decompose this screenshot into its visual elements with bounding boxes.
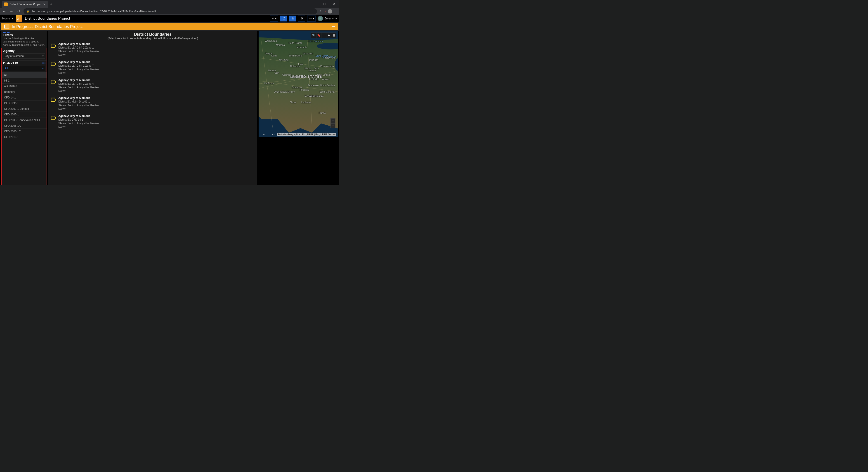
agency-label: Agency	[2, 48, 46, 54]
district-option[interactable]: Bembury	[2, 89, 46, 95]
map-label-state: Georgia	[315, 95, 324, 97]
new-tab-button[interactable]: +	[48, 1, 54, 8]
browser-titlebar: District Boundaries Project ✕ + — ▢ ✕	[0, 0, 339, 8]
district-filter: District ID All ▾ All93-1AD 2016-2Bembur…	[1, 60, 47, 185]
flag-icon	[51, 98, 56, 102]
zoom-in-button[interactable]: +	[331, 119, 336, 123]
user-avatar-icon[interactable]	[318, 16, 323, 21]
window-maximize-icon[interactable]: ▢	[319, 0, 329, 8]
panel-drag-handle-icon[interactable]	[41, 61, 46, 64]
map-label-state: North Dakota	[289, 42, 302, 44]
district-option[interactable]: CFD 2006-1C	[2, 129, 46, 134]
save-button[interactable]: 🖫	[280, 15, 287, 22]
window-close-icon[interactable]: ✕	[329, 0, 339, 8]
svg-rect-1	[19, 18, 19, 20]
map-attribution: Earthstar Geographics | Esri, HERE | Esr…	[277, 133, 336, 136]
map-label-state: Nebraska	[290, 65, 300, 68]
map-label-lake: Lake Superior	[308, 40, 323, 42]
boundary-item[interactable]: Agency: City of Alameda District ID: Mai…	[49, 95, 257, 113]
map-label-state: Idaho	[271, 55, 277, 57]
nav-reload-icon[interactable]: ⟳	[16, 9, 21, 13]
map-label-state: South Dakota	[289, 55, 303, 57]
district-option[interactable]: CFD 2005-1 Annexation NO.1	[2, 117, 46, 123]
map-label-state: Florida	[319, 112, 326, 114]
district-option[interactable]: CFD 2005-1	[2, 112, 46, 117]
layout-button[interactable]: ⧉	[289, 15, 296, 22]
search-icon[interactable]: 🔍	[311, 33, 316, 38]
flag-icon	[51, 80, 56, 84]
boundaries-subtitle: (Select from list to zoom to boundary. L…	[49, 37, 257, 41]
district-option[interactable]: CFD 14-1	[2, 95, 46, 101]
url-text: nbs.maps.arcgis.com/apps/opsdashboard/in…	[31, 10, 156, 13]
district-option[interactable]: CFD 2006-1A	[2, 123, 46, 129]
district-value: All	[5, 67, 8, 70]
district-option[interactable]: CFD 1996-1	[2, 101, 46, 106]
district-option[interactable]: CFD 2016-1	[2, 134, 46, 140]
map-label-state: Wyoming	[279, 59, 289, 61]
map-label-state: Pennsylvania	[320, 65, 334, 68]
boundary-item[interactable]: Agency: City of Alameda District ID: LLA…	[49, 77, 257, 95]
legend-icon[interactable]: ☰	[321, 33, 326, 38]
add-widget-button[interactable]: ＋ ▾	[270, 15, 278, 22]
map-toolbar: 🔍 🔖 ☰ ◆ ▦	[311, 33, 336, 38]
tab-close-icon[interactable]: ✕	[43, 3, 45, 6]
banner-title: In Progress: District Boundaries Project	[12, 24, 83, 29]
flag-icon	[51, 62, 56, 66]
bookmark-icon[interactable]: 🔖	[316, 33, 321, 38]
window-minimize-icon[interactable]: —	[309, 0, 319, 8]
agency-dropdown[interactable]: City of Alameda ▾	[3, 54, 45, 59]
map-label-state: Wisconsin	[303, 53, 313, 55]
extension-icon[interactable]: ◘	[324, 10, 326, 13]
map-label-state: Kentucky	[309, 78, 318, 80]
map-label-state: California	[264, 82, 274, 85]
user-name[interactable]: Jeremy	[325, 17, 334, 20]
nav-back-icon[interactable]: ←	[2, 9, 7, 13]
district-option[interactable]: AD 2016-2	[2, 83, 46, 89]
map-label-state: Montana	[276, 44, 285, 46]
boundaries-panel: District Boundaries (Select from list to…	[49, 31, 257, 185]
map-label-state: West Virginia	[317, 74, 331, 76]
chevron-down-icon: ▾	[42, 67, 43, 70]
app-title: District Boundaries Project	[25, 16, 70, 21]
map-zoom: + −	[331, 119, 336, 128]
bookmark-star-icon[interactable]: ☆	[319, 10, 322, 13]
map-widget[interactable]: 🔍 🔖 ☰ ◆ ▦ + − 0 150 300mi Earthst	[258, 31, 338, 137]
filters-title: Filters	[3, 33, 46, 37]
banner-menu-icon[interactable]: ☰	[331, 24, 336, 29]
district-label: District ID	[2, 61, 46, 66]
app-header: Home ▾ District Boundaries Project ＋ ▾ 🖫…	[0, 15, 339, 22]
more-button[interactable]: ⋯ ▾	[307, 15, 316, 22]
district-option[interactable]: All	[2, 72, 46, 78]
home-menu[interactable]: Home ▾	[2, 17, 13, 20]
layers-icon[interactable]: ◆	[326, 33, 331, 38]
basemap-icon[interactable]: ▦	[331, 33, 336, 38]
district-option[interactable]: 93-1	[2, 78, 46, 83]
chevron-down-icon: ▾	[42, 55, 43, 58]
map-label-state: Kansas	[290, 76, 298, 78]
chevron-down-icon[interactable]: ▾	[336, 17, 337, 20]
banner-icon	[4, 24, 9, 29]
boundary-item[interactable]: Agency: City of Alameda District ID: LLA…	[49, 41, 257, 59]
district-dropdown[interactable]: All ▾	[3, 66, 45, 71]
district-option-list: All93-1AD 2016-2BemburyCFD 14-1CFD 1996-…	[2, 72, 46, 140]
profile-avatar-icon[interactable]	[328, 9, 332, 13]
map-label-state: Minnesota	[297, 46, 307, 48]
zoom-out-button[interactable]: −	[331, 123, 336, 128]
map-label-state: Texas	[290, 101, 296, 104]
filters-description: Use the following to filter the dashboar…	[3, 37, 46, 46]
district-option[interactable]: CFD 2003-1 Bonded	[2, 106, 46, 112]
boundary-item[interactable]: Agency: City of Alameda District ID: CFD…	[49, 113, 257, 131]
svg-rect-2	[20, 17, 20, 20]
url-input[interactable]: 🔒 nbs.maps.arcgis.com/apps/opsdashboard/…	[24, 8, 317, 14]
svg-rect-0	[18, 19, 18, 20]
boundary-item[interactable]: Agency: City of Alameda District ID: LLA…	[49, 59, 257, 77]
nav-forward-icon[interactable]: →	[9, 9, 14, 13]
map-label-state: North Carolina	[320, 84, 335, 87]
browser-tab[interactable]: District Boundaries Project ✕	[2, 1, 48, 8]
settings-button[interactable]: ⚙	[298, 15, 305, 22]
map-label-state: Washington	[265, 40, 277, 42]
tab-title: District Boundaries Project	[9, 3, 41, 6]
banner-header: In Progress: District Boundaries Project…	[1, 23, 338, 30]
browser-menu-icon[interactable]: ⋮	[335, 10, 337, 13]
filters-panel: Filters Use the following to filter the …	[1, 31, 47, 185]
